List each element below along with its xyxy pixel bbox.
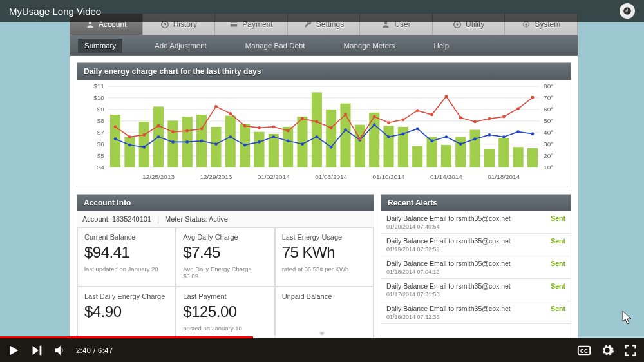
- video-player-controls: 2:40 / 6:47 CC: [0, 336, 644, 362]
- watch-later-icon[interactable]: [620, 3, 635, 19]
- app-window: AccountHistoryPaymentSettingsUserUtility…: [70, 13, 578, 347]
- svg-point-94: [157, 124, 160, 128]
- svg-point-74: [301, 142, 304, 146]
- svg-text:12/29/2013: 12/29/2013: [200, 173, 232, 180]
- svg-text:01/06/2014: 01/06/2014: [315, 173, 347, 180]
- svg-rect-52: [412, 146, 422, 167]
- svg-text:$11: $11: [93, 82, 104, 90]
- svg-point-120: [531, 96, 535, 99]
- subnav-manage-meters[interactable]: Manage Meters: [337, 39, 401, 53]
- settings-button[interactable]: [600, 343, 614, 357]
- account-info-panel: Account Info Account: 1835240101 | Meter…: [77, 194, 374, 339]
- svg-text:$4: $4: [97, 164, 105, 171]
- svg-point-97: [200, 128, 204, 131]
- svg-text:12/25/2013: 12/25/2013: [142, 173, 175, 180]
- svg-point-79: [373, 123, 376, 126]
- volume-button[interactable]: [53, 343, 67, 357]
- svg-rect-47: [340, 104, 350, 167]
- svg-text:01/14/2014: 01/14/2014: [430, 173, 462, 180]
- svg-point-63: [142, 146, 146, 149]
- play-button[interactable]: [6, 343, 21, 357]
- tile-last-payment: Last Payment$125.00posted on January 10: [176, 287, 274, 339]
- svg-point-101: [258, 126, 261, 129]
- account-meta: Account: 1835240101 | Meter Status: Acti…: [77, 211, 374, 227]
- svg-rect-60: [527, 148, 538, 167]
- subnav-add-adjustment[interactable]: Add Adjustment: [148, 39, 213, 53]
- svg-point-84: [445, 135, 448, 138]
- svg-point-67: [200, 139, 204, 142]
- sub-nav: SummaryAdd AdjustmentManage Bad DebtMana…: [70, 37, 578, 55]
- svg-point-102: [272, 125, 275, 128]
- svg-point-113: [430, 113, 433, 117]
- account-info-header: Account Info: [77, 195, 374, 211]
- next-button[interactable]: [30, 343, 44, 357]
- svg-point-92: [128, 135, 131, 138]
- svg-text:$8: $8: [97, 117, 105, 124]
- svg-text:$5: $5: [97, 152, 105, 159]
- svg-point-6: [526, 23, 528, 26]
- time-display: 2:40 / 6:47: [76, 347, 113, 354]
- svg-point-115: [459, 116, 462, 119]
- svg-text:50°: 50°: [544, 117, 553, 124]
- svg-rect-32: [124, 137, 135, 167]
- tile-last-energy-usage: Last Energy Usage75 KWhrated at 06.53¢ p…: [275, 227, 374, 287]
- alert-row[interactable]: Daily Balance Email to rsmith35@cox.net0…: [381, 211, 571, 234]
- alert-row[interactable]: Daily Balance Email to rsmith35@cox.net0…: [381, 279, 571, 301]
- svg-text:$9: $9: [97, 106, 105, 113]
- captions-button[interactable]: CC: [577, 343, 591, 357]
- svg-point-108: [358, 137, 361, 140]
- svg-point-62: [128, 144, 131, 147]
- subnav-summary[interactable]: Summary: [78, 39, 122, 53]
- svg-point-86: [473, 137, 477, 140]
- svg-point-111: [401, 118, 404, 121]
- recent-alerts-panel: Recent Alerts Daily Balance Email to rsm…: [381, 194, 571, 339]
- svg-text:10°: 10°: [544, 164, 553, 171]
- svg-rect-54: [441, 145, 451, 167]
- subnav-help[interactable]: Help: [427, 39, 455, 53]
- svg-point-85: [459, 142, 462, 146]
- svg-text:$10: $10: [93, 94, 104, 101]
- recent-alerts-header: Recent Alerts: [381, 195, 571, 211]
- svg-rect-39: [225, 116, 236, 167]
- svg-rect-45: [312, 92, 322, 167]
- alert-row[interactable]: Daily Balance Email to rsmith35@cox.net0…: [381, 234, 571, 256]
- svg-point-72: [272, 135, 275, 138]
- svg-point-81: [401, 132, 404, 135]
- fullscreen-button[interactable]: [623, 343, 638, 357]
- svg-point-77: [344, 128, 347, 131]
- energy-chart: $1180°$1070°$960°$850°$740°$630°$520°$41…: [80, 82, 568, 186]
- svg-point-96: [185, 129, 189, 133]
- svg-rect-55: [455, 137, 466, 167]
- svg-text:$7: $7: [97, 129, 105, 136]
- svg-point-91: [114, 125, 117, 128]
- svg-text:60°: 60°: [544, 106, 553, 113]
- video-title: MyUsage Long Video: [9, 6, 101, 17]
- svg-rect-48: [355, 125, 365, 167]
- svg-rect-57: [484, 149, 495, 167]
- svg-rect-49: [369, 113, 379, 167]
- svg-point-107: [344, 113, 347, 117]
- svg-text:01/02/2014: 01/02/2014: [258, 173, 290, 180]
- svg-point-73: [287, 139, 290, 142]
- svg-point-98: [214, 105, 218, 108]
- svg-point-99: [229, 112, 232, 115]
- svg-point-103: [287, 129, 290, 133]
- svg-point-70: [243, 144, 247, 147]
- svg-text:01/18/2014: 01/18/2014: [488, 173, 520, 180]
- svg-point-110: [387, 121, 390, 124]
- alert-row[interactable]: Daily Balance Email to rsmith35@cox.net0…: [381, 301, 571, 324]
- svg-point-100: [243, 124, 247, 128]
- svg-rect-38: [211, 127, 221, 167]
- svg-point-87: [488, 133, 491, 137]
- subnav-manage-bad-debt[interactable]: Manage Bad Debt: [239, 39, 312, 53]
- expand-description-icon[interactable]: ⌄: [319, 327, 325, 336]
- alert-row[interactable]: Daily Balance Email to rsmith35@cox.net0…: [381, 256, 571, 279]
- svg-point-95: [171, 130, 175, 133]
- svg-point-104: [301, 117, 304, 120]
- svg-text:70°: 70°: [544, 94, 553, 101]
- svg-point-64: [157, 135, 160, 138]
- svg-point-69: [229, 135, 232, 138]
- svg-point-61: [114, 137, 117, 140]
- svg-text:20°: 20°: [544, 152, 553, 159]
- svg-rect-35: [167, 120, 178, 167]
